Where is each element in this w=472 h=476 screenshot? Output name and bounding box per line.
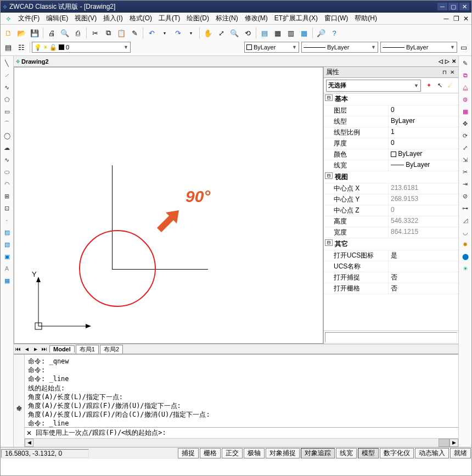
scroll-thumb[interactable] — [439, 439, 449, 447]
make-block-icon[interactable]: ⊡ — [2, 203, 13, 214]
paste-icon[interactable]: 📋 — [115, 27, 127, 39]
design-center-icon[interactable]: ▦ — [272, 27, 284, 39]
status-toggle-就绪[interactable]: 就绪 — [450, 448, 471, 458]
tab-close-icon[interactable]: ✕ — [452, 58, 456, 64]
menu-view[interactable]: 视图(V) — [71, 14, 100, 23]
props-scrollbar[interactable] — [324, 331, 458, 344]
redo-icon[interactable]: ↷ — [172, 27, 184, 39]
command-input[interactable] — [33, 429, 458, 437]
tab-model[interactable]: Model — [49, 345, 75, 352]
arc-icon[interactable]: ⌒ — [2, 118, 13, 129]
document-tab[interactable]: Drawing2 — [21, 58, 49, 65]
doc-close-button[interactable]: ✕ — [462, 14, 470, 23]
tool-palette-icon[interactable]: ▥ — [285, 27, 297, 39]
insert-block-icon[interactable]: ⊞ — [2, 191, 13, 201]
maximize-button[interactable]: ▢ — [448, 3, 458, 10]
stretch-icon[interactable]: ⇲ — [460, 154, 471, 165]
status-toggle-栅格[interactable]: 栅格 — [200, 448, 221, 458]
array-icon[interactable]: ▦ — [460, 106, 471, 117]
table-icon[interactable]: ▦ — [298, 27, 310, 39]
quick-select-icon[interactable]: ☄ — [446, 81, 456, 91]
command-scrollbar[interactable]: ◀ ▶ — [25, 438, 458, 447]
break-icon[interactable]: ⊘ — [460, 191, 471, 201]
toggle-pickfirst-icon[interactable]: ✦ — [424, 81, 434, 91]
explode-icon[interactable]: ✸ — [460, 239, 471, 250]
publish-icon[interactable]: ⎙ — [72, 27, 84, 39]
scroll-left-icon[interactable]: ◀ — [25, 439, 33, 447]
ellipse-arc-icon[interactable]: ◠ — [2, 178, 13, 189]
region-icon[interactable]: ▣ — [2, 251, 13, 262]
pin-icon[interactable]: ⊓ — [441, 69, 448, 75]
rotate-icon[interactable]: ⟳ — [460, 130, 471, 141]
prop-val[interactable]: 0 — [389, 138, 458, 149]
ellipse-icon[interactable]: ⬭ — [2, 166, 13, 177]
prop-val[interactable]: —— ByLayer — [389, 160, 458, 171]
prop-val[interactable]: 否 — [389, 272, 458, 283]
properties-icon[interactable]: ▤ — [259, 27, 271, 39]
menu-dim[interactable]: 标注(N) — [212, 14, 241, 23]
find-icon[interactable]: 🔎 — [315, 27, 327, 39]
layer-props-icon[interactable]: ▤ — [2, 41, 14, 53]
minimize-button[interactable]: ─ — [437, 3, 447, 10]
menu-format[interactable]: 格式(O) — [126, 14, 155, 23]
tab-layout1[interactable]: 布局1 — [76, 345, 99, 354]
move-icon[interactable]: ✥ — [460, 118, 471, 129]
color-combo[interactable]: ByLayer ▼ — [244, 42, 299, 53]
open-icon[interactable]: 📂 — [15, 27, 27, 39]
drawing-canvas[interactable]: 90° Y — [14, 67, 323, 344]
command-close-icon[interactable]: ✕ — [25, 429, 33, 437]
scale-icon[interactable]: ⤢ — [460, 142, 471, 153]
undo-drop-icon[interactable]: ▾ — [159, 27, 171, 39]
polygon-icon[interactable]: ⬠ — [2, 94, 13, 105]
copy-icon[interactable]: ⧉ — [102, 27, 114, 39]
circle-icon[interactable]: ◯ — [2, 130, 13, 141]
prop-val[interactable]: 0 — [389, 105, 458, 116]
chamfer-icon[interactable]: ◿ — [460, 215, 471, 226]
help-icon[interactable]: ? — [328, 27, 340, 39]
select-objects-icon[interactable]: ↖ — [435, 81, 445, 91]
line-icon[interactable]: ╲ — [2, 58, 13, 69]
zoom-rt-icon[interactable]: ⤢ — [215, 27, 227, 39]
status-toggle-对象捕捉[interactable]: 对象捕捉 — [266, 448, 300, 458]
erase-icon[interactable]: ✎ — [460, 58, 471, 69]
prop-val[interactable]: 1 — [389, 127, 458, 138]
tab-next-icon[interactable]: ▷ — [445, 58, 449, 64]
render-icon[interactable]: ⬤ — [460, 251, 471, 262]
group-toggle[interactable]: ⊟ — [325, 172, 333, 179]
spline-icon[interactable]: ∿ — [2, 154, 13, 165]
group-toggle[interactable]: ⊟ — [325, 239, 333, 246]
join-icon[interactable]: ⊶ — [460, 203, 471, 214]
preview-icon[interactable]: 🔍 — [59, 27, 71, 39]
app-icon[interactable]: ⟡ — [2, 13, 14, 25]
layer-states-icon[interactable]: ☷ — [15, 41, 27, 53]
point-icon[interactable]: · — [2, 215, 13, 226]
menu-window[interactable]: 窗口(W) — [321, 14, 351, 23]
doc-restore-button[interactable]: ❐ — [452, 14, 460, 23]
prop-val[interactable]: ByLayer — [389, 149, 458, 160]
save-icon[interactable]: 💾 — [29, 27, 41, 39]
pan-icon[interactable]: ✋ — [202, 27, 214, 39]
menu-tools[interactable]: 工具(T) — [155, 14, 183, 23]
trim-icon[interactable]: ✂ — [460, 166, 471, 177]
prop-val[interactable] — [389, 261, 458, 272]
menu-draw[interactable]: 绘图(D) — [183, 14, 212, 23]
scroll-right-icon[interactable]: ▶ — [449, 439, 458, 447]
prop-val[interactable]: ByLayer — [389, 116, 458, 127]
linetype-combo[interactable]: ByLayer ▼ — [301, 42, 378, 53]
zoom-icon[interactable]: 🔍 — [228, 27, 240, 39]
menu-file[interactable]: 文件(F) — [15, 14, 43, 23]
status-toggle-数字化仪[interactable]: 数字化仪 — [380, 448, 414, 458]
redo-drop-icon[interactable]: ▾ — [185, 27, 197, 39]
menu-help[interactable]: 帮助(H) — [351, 14, 380, 23]
undo-icon[interactable]: ↶ — [145, 27, 158, 39]
next-tab-icon[interactable]: ▶ — [31, 346, 40, 352]
offset-icon[interactable]: ⊜ — [460, 94, 471, 105]
match-icon[interactable]: ✎ — [128, 27, 141, 39]
menu-et[interactable]: ET扩展工具(X) — [271, 14, 321, 23]
last-tab-icon[interactable]: ⏭ — [40, 346, 49, 352]
table-tool-icon[interactable]: ▦ — [2, 275, 13, 286]
tab-prev-icon[interactable]: ◁ — [439, 58, 443, 64]
status-toggle-线宽[interactable]: 线宽 — [336, 448, 357, 458]
status-toggle-模型[interactable]: 模型 — [358, 448, 379, 458]
light-icon[interactable]: ☀ — [460, 263, 471, 274]
